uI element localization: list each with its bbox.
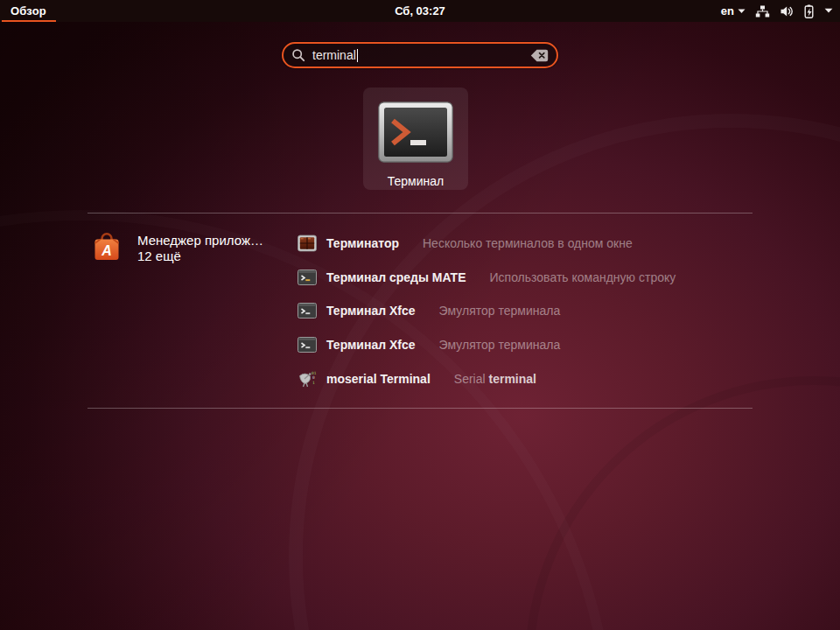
wallpaper-arc [525, 376, 840, 630]
result-title: Терминатор [326, 236, 399, 250]
software-manager-result[interactable]: A Менеджер прилож… 12 ещё [92, 233, 263, 266]
xfce-terminal-icon [297, 300, 318, 321]
result-row-xfce-terminal[interactable]: Терминал Xfce Эмулятор терминала [297, 328, 676, 362]
result-row-terminator[interactable]: Терминатор Несколько терминалов в одном … [297, 227, 676, 261]
result-title: moserial Terminal [326, 372, 430, 386]
status-area: en [721, 0, 833, 22]
result-row-mate-terminal[interactable]: Терминал среды MATE Использовать командн… [297, 261, 676, 295]
result-description: Serial terminal [454, 372, 536, 386]
app-result-terminal[interactable]: Терминал [363, 88, 468, 190]
moserial-icon: 01 0 1 [297, 368, 318, 389]
svg-text:A: A [101, 243, 112, 258]
keyboard-layout-label: en [721, 4, 734, 18]
activities-button[interactable]: Обзор [10, 0, 46, 22]
result-title: Терминал Xfce [326, 338, 416, 352]
result-row-xfce-terminal[interactable]: Терминал Xfce Эмулятор терминала [297, 294, 676, 328]
mate-terminal-icon [297, 267, 318, 288]
battery-icon[interactable] [803, 4, 815, 18]
volume-icon[interactable] [780, 4, 794, 18]
terminator-icon [297, 233, 318, 254]
clear-search-icon[interactable] [530, 49, 549, 62]
result-description: Эмулятор терминала [439, 304, 561, 318]
svg-text:1: 1 [312, 381, 315, 385]
result-title: Терминал среды MATE [326, 270, 466, 284]
result-description: Использовать командную строку [489, 270, 676, 284]
system-menu-caret-icon[interactable] [824, 8, 833, 14]
results-divider-top [88, 213, 752, 214]
top-bar: Обзор Сб, 03:27 en [0, 0, 840, 22]
activities-active-underline [2, 20, 56, 22]
app-tile-label: Терминал [388, 174, 444, 188]
search-results-list: Терминатор Несколько терминалов в одном … [297, 227, 676, 396]
ubuntu-software-icon: A [92, 233, 122, 266]
software-result-title: Менеджер прилож… [137, 233, 263, 248]
search-input[interactable]: terminal [282, 42, 558, 68]
results-divider-bottom [88, 408, 752, 409]
result-row-moserial[interactable]: 01 0 1 moserial Terminal Serial terminal [297, 361, 676, 396]
search-match-highlight: terminal [488, 372, 536, 386]
svg-text:01: 01 [312, 370, 317, 374]
text-cursor [357, 49, 358, 62]
clock[interactable]: Сб, 03:27 [395, 0, 445, 22]
search-icon [291, 48, 305, 62]
result-title: Терминал Xfce [326, 304, 416, 318]
chevron-down-icon [738, 9, 746, 14]
terminal-app-icon [378, 102, 453, 166]
keyboard-layout-indicator[interactable]: en [721, 4, 746, 18]
svg-text:0: 0 [312, 375, 315, 380]
result-description: Несколько терминалов в одном окне [423, 236, 633, 250]
network-icon[interactable] [755, 4, 770, 18]
result-description: Эмулятор терминала [439, 338, 561, 352]
more-results-count: 12 ещё [137, 248, 263, 264]
search-query-text: terminal [312, 48, 530, 62]
xfce-terminal-icon [297, 334, 318, 355]
